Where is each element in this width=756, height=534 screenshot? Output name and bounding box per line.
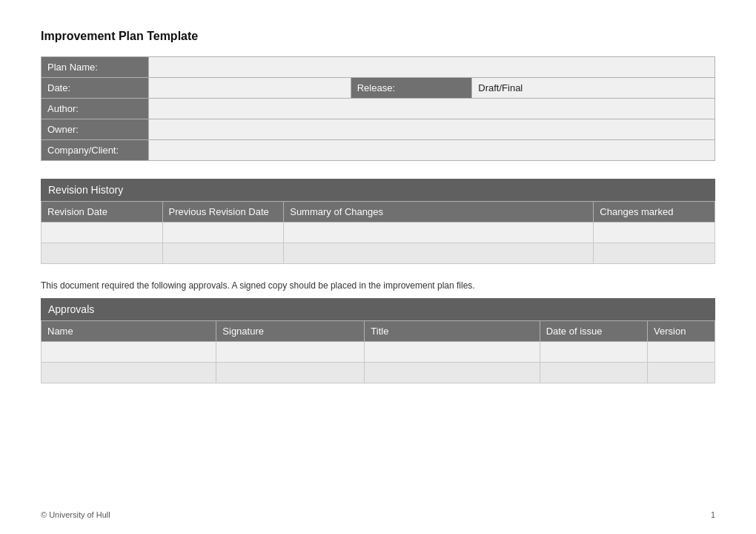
rev-date-cell[interactable] [42, 222, 163, 243]
approval-note: This document required the following app… [41, 280, 715, 291]
approvals-header: Approvals [41, 298, 715, 320]
approvals-table: Name Signature Title Date of issue Versi… [41, 320, 715, 383]
col-summary-of-changes: Summary of Changes [284, 202, 594, 222]
approval-title-cell[interactable] [365, 363, 540, 383]
date-label: Date: [42, 78, 149, 99]
col-revision-date: Revision Date [42, 202, 163, 222]
author-value[interactable] [149, 99, 715, 119]
page-number: 1 [711, 510, 715, 519]
approvals-section: Approvals Name Signature Title Date of i… [41, 298, 715, 383]
company-value[interactable] [149, 140, 715, 161]
release-label: Release: [351, 78, 472, 99]
prev-rev-date-cell[interactable] [162, 243, 284, 264]
revision-table: Revision Date Previous Revision Date Sum… [41, 201, 715, 264]
approval-date-cell[interactable] [540, 363, 647, 383]
col-name: Name [42, 321, 216, 342]
plan-name-value[interactable] [149, 57, 715, 78]
owner-value[interactable] [149, 119, 715, 140]
approvals-header-row: Name Signature Title Date of issue Versi… [42, 321, 715, 342]
approval-version-cell[interactable] [648, 363, 715, 383]
rev-date-cell[interactable] [42, 243, 163, 264]
table-row [42, 363, 715, 383]
approval-signature-cell[interactable] [216, 363, 365, 383]
plan-name-label: Plan Name: [42, 57, 149, 78]
date-value[interactable] [149, 78, 351, 99]
approval-name-cell[interactable] [42, 363, 216, 383]
table-row [42, 243, 715, 264]
col-title: Title [365, 321, 540, 342]
summary-cell[interactable] [284, 222, 594, 243]
page-title: Improvement Plan Template [41, 30, 715, 43]
approval-title-cell[interactable] [365, 342, 540, 363]
col-previous-revision-date: Previous Revision Date [162, 202, 284, 222]
revision-table-header-row: Revision Date Previous Revision Date Sum… [42, 202, 715, 222]
col-version: Version [648, 321, 715, 342]
prev-rev-date-cell[interactable] [162, 222, 284, 243]
summary-cell[interactable] [284, 243, 594, 264]
info-table: Plan Name: Date: Release: Draft/Final Au… [41, 56, 715, 161]
release-value[interactable]: Draft/Final [472, 78, 715, 99]
table-row: Author: [42, 99, 715, 119]
table-row [42, 222, 715, 243]
col-signature: Signature [216, 321, 365, 342]
revision-history-section: Revision History Revision Date Previous … [41, 179, 715, 264]
info-section: Plan Name: Date: Release: Draft/Final Au… [41, 56, 715, 161]
approval-name-cell[interactable] [42, 342, 216, 363]
table-row [42, 342, 715, 363]
owner-label: Owner: [42, 119, 149, 140]
table-row: Owner: [42, 119, 715, 140]
revision-history-header: Revision History [41, 179, 715, 201]
col-changes-marked: Changes marked [594, 202, 715, 222]
changes-marked-cell[interactable] [594, 222, 715, 243]
col-date-of-issue: Date of issue [540, 321, 647, 342]
changes-marked-cell[interactable] [594, 243, 715, 264]
table-row: Plan Name: [42, 57, 715, 78]
approval-date-cell[interactable] [540, 342, 647, 363]
approval-version-cell[interactable] [648, 342, 715, 363]
approval-signature-cell[interactable] [216, 342, 365, 363]
table-row: Company/Client: [42, 140, 715, 161]
author-label: Author: [42, 99, 149, 119]
footer: © University of Hull 1 [41, 510, 715, 519]
copyright: © University of Hull [41, 510, 110, 519]
company-label: Company/Client: [42, 140, 149, 161]
table-row: Date: Release: Draft/Final [42, 78, 715, 99]
